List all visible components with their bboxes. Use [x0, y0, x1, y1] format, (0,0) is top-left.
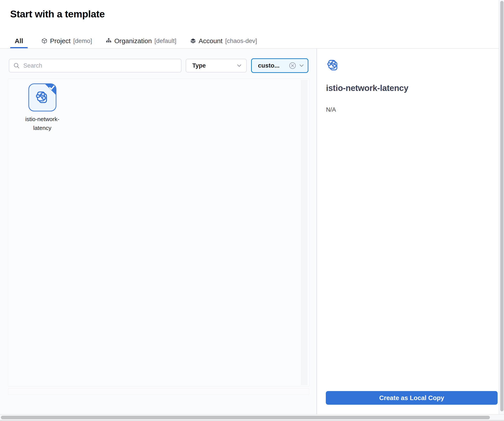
tab-project-scope: [demo] [73, 37, 92, 44]
vertical-scrollbar-thumb[interactable] [500, 1, 504, 411]
tab-organization-scope: [default] [154, 37, 176, 44]
grid-footer-bar [8, 388, 309, 395]
tab-account[interactable]: Account [chaos-dev] [190, 33, 257, 49]
template-details-description: N/A [326, 106, 336, 113]
vertical-scrollbar[interactable] [499, 0, 504, 414]
scope-tabs: All Project [demo] [10, 33, 257, 49]
tag-filter-value: custo... [258, 62, 289, 69]
tab-project[interactable]: Project [demo] [42, 33, 92, 49]
tab-organization-label: Organization [114, 37, 152, 45]
grid-scrollbar-track[interactable] [301, 80, 307, 385]
template-details-title: istio-network-latency [326, 83, 489, 93]
page-title: Start with a template [10, 8, 105, 20]
template-browser-panel: Type custo... [0, 49, 317, 414]
selected-checkmark-icon [44, 84, 56, 96]
tab-account-label: Account [199, 37, 222, 45]
search-input[interactable] [23, 62, 177, 69]
tab-organization[interactable]: Organization [default] [106, 33, 176, 49]
dialog-header: Start with a template All Project [demo] [0, 0, 499, 49]
create-as-local-copy-button[interactable]: Create as Local Copy [326, 391, 498, 405]
type-filter-label: Type [192, 62, 237, 69]
template-details-panel: istio-network-latency N/A Create as Loca… [317, 49, 499, 414]
chevron-down-icon [299, 64, 304, 67]
tab-account-scope: [chaos-dev] [225, 37, 257, 44]
horizontal-scrollbar-thumb[interactable] [1, 416, 490, 419]
pipeline-template-icon [327, 59, 340, 72]
template-card-label: istio-network-latency [18, 115, 66, 132]
tab-all[interactable]: All [10, 33, 28, 49]
cube-icon [42, 38, 47, 44]
tag-filter-dropdown[interactable]: custo... [251, 58, 308, 73]
type-filter-dropdown[interactable]: Type [186, 59, 247, 72]
chevron-down-icon [237, 64, 241, 67]
hierarchy-icon [106, 38, 112, 44]
search-box[interactable] [9, 59, 181, 72]
horizontal-scrollbar[interactable] [0, 414, 504, 421]
clear-filter-icon[interactable] [289, 62, 296, 69]
search-icon [13, 62, 20, 69]
template-card-istio-network-latency[interactable] [28, 83, 56, 111]
tab-project-label: Project [50, 37, 71, 45]
tab-all-label: All [15, 37, 23, 45]
layers-icon [190, 38, 196, 44]
template-grid: istio-network-latency [8, 79, 310, 386]
